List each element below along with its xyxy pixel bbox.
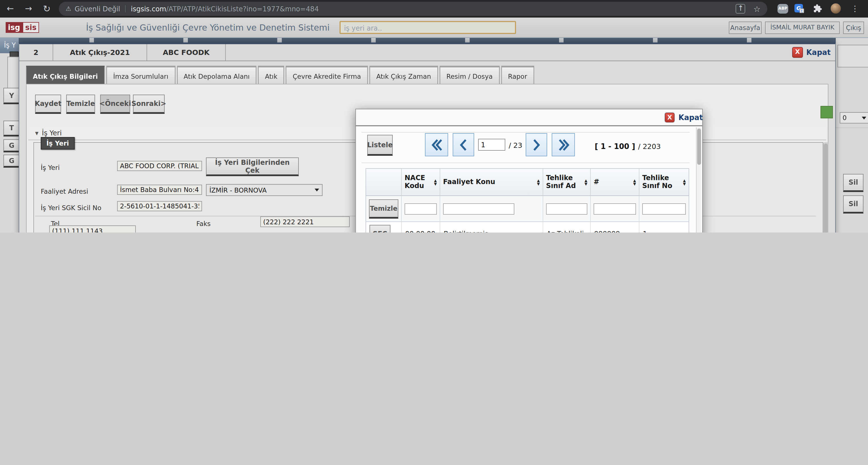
sort-icon[interactable]: ▲▼ xyxy=(585,179,587,185)
browser-reload-icon[interactable]: ↻ xyxy=(43,0,51,18)
tab-resim-dosya[interactable]: Resim / Dosya xyxy=(440,66,500,86)
sec-button[interactable]: SEÇ xyxy=(370,225,391,233)
panel-scrollbar-thumb[interactable] xyxy=(824,143,828,233)
window-close-label[interactable]: Kapat xyxy=(806,48,831,57)
browser-forward-icon[interactable]: → xyxy=(25,0,32,18)
tab-atik[interactable]: Atık xyxy=(258,66,284,86)
divider xyxy=(836,127,868,128)
modal-close-icon[interactable]: X xyxy=(665,113,675,122)
modal-close-label[interactable]: Kapat xyxy=(678,113,703,122)
background-button-g1[interactable]: G xyxy=(3,139,19,152)
filter-clear-button[interactable]: Temizle xyxy=(369,199,398,219)
record-range: [ 1 - 100 ] xyxy=(595,142,635,151)
address-divider xyxy=(125,5,126,12)
first-page-button[interactable] xyxy=(425,133,448,156)
security-label[interactable]: Güvenli Değil xyxy=(75,5,120,13)
background-button-t[interactable]: T xyxy=(3,121,19,137)
sort-icon[interactable]: ▲▼ xyxy=(537,179,540,185)
browser-menu-icon[interactable]: ⋮ xyxy=(851,0,859,18)
search-input[interactable] xyxy=(341,23,515,34)
logout-button[interactable]: Çıkış xyxy=(843,22,864,34)
background-sil-button[interactable]: Sil xyxy=(843,174,864,192)
tab-atik-cikis-bilgileri[interactable]: Atık Çıkış Bilgileri xyxy=(26,66,105,86)
sort-icon[interactable]: ▲▼ xyxy=(434,179,437,185)
isyeri-input[interactable] xyxy=(117,161,202,171)
sort-icon[interactable]: ▲▼ xyxy=(683,179,686,185)
next-button[interactable]: Sonraki> xyxy=(133,95,165,114)
sgk-label: İş Yeri SGK Sicil No xyxy=(41,204,101,212)
browser-back-icon[interactable]: ← xyxy=(7,0,14,18)
background-sil-button[interactable]: Sil xyxy=(843,195,864,213)
url-path: /ATP/ATP/AtikCikisListe?ino=1977&mno=484 xyxy=(166,5,319,13)
fetch-workplace-info-button[interactable]: İş Yeri Bilgilerinden Çek xyxy=(206,157,299,176)
modal-scrollbar[interactable] xyxy=(696,127,701,233)
cell-sinif: 1 xyxy=(640,222,689,233)
modal-scrollbar-thumb[interactable] xyxy=(697,128,701,165)
next-page-button[interactable] xyxy=(526,133,547,156)
save-button[interactable]: Kaydet xyxy=(35,95,61,114)
filter-input-faaliyet[interactable] xyxy=(443,203,514,214)
user-button[interactable]: İSMAİL MURAT BAYIK xyxy=(765,22,840,34)
cell-faaliyet: Belirtilmemiş xyxy=(440,222,543,233)
background-tab-strip xyxy=(0,38,868,42)
filter-input-tehlike-no[interactable] xyxy=(642,203,686,214)
filter-input-tehlike-ad[interactable] xyxy=(546,203,587,214)
header-tehlike-sinif-ad[interactable]: Tehlike Sınıf Ad▲▼ xyxy=(543,169,591,196)
divider xyxy=(362,163,690,163)
background-dropdown-fragment[interactable]: 0 xyxy=(840,112,868,123)
url-domain: isgsis.com xyxy=(131,5,166,13)
tab-atik-cikis-zaman[interactable]: Atık Çıkış Zaman xyxy=(370,66,438,86)
background-right-panel: 0 Sil Sil xyxy=(836,38,868,233)
faaliyet-adresi-label: Faaliyet Adresi xyxy=(41,187,88,195)
header-faaliyet-konu[interactable]: Faaliyet Konu▲▼ xyxy=(440,169,543,196)
extensions-puzzle-icon[interactable] xyxy=(813,4,822,13)
modal-header: X Kapat xyxy=(356,109,702,126)
city-select-value: İZMİR - BORNOVA xyxy=(209,186,267,194)
tab-imza-sorumlulari[interactable]: İmza Sorumluları xyxy=(106,66,175,86)
share-icon[interactable]: ↑ xyxy=(736,4,745,13)
background-box xyxy=(837,45,868,67)
background-button-g2[interactable]: G xyxy=(3,155,19,168)
chevron-down-icon xyxy=(862,116,866,119)
table-row: SEÇ 00.00.00 Belirtilmemiş Az Tehlikeli … xyxy=(366,222,689,233)
sgk-input[interactable] xyxy=(117,201,202,211)
filter-input-no[interactable] xyxy=(594,203,636,214)
header-label: Tehlike Sınıf No xyxy=(642,174,683,190)
bookmark-star-icon[interactable]: ☆ xyxy=(753,4,761,13)
translate-sub: t xyxy=(800,8,804,13)
header-number[interactable]: #▲▼ xyxy=(591,169,640,196)
clear-button[interactable]: Temizle xyxy=(66,95,95,114)
faks-input[interactable] xyxy=(260,216,350,227)
background-left-panel: İş Y Y T G G xyxy=(0,38,19,233)
page-count-label: / 23 xyxy=(509,141,522,149)
last-page-button[interactable] xyxy=(552,133,575,156)
panel-scrollbar[interactable] xyxy=(823,142,828,233)
tab-rapor[interactable]: Rapor xyxy=(501,66,534,86)
previous-button[interactable]: <Önceki xyxy=(100,95,130,114)
window-title-row: 2 Atık Çıkış-2021 ABC FOODK X Kapat xyxy=(19,44,835,61)
tab-atik-depolama-alani[interactable]: Atık Depolama Alanı xyxy=(177,66,256,86)
listele-button[interactable]: Listele xyxy=(367,135,393,156)
home-button[interactable]: Anasayfa xyxy=(729,22,762,34)
tab-cevre-akredite-firma[interactable]: Çevre Akredite Firma xyxy=(286,66,368,86)
record-range-label: [ 1 - 100 ] / 2203 xyxy=(595,141,661,151)
faaliyet-adresi-input[interactable] xyxy=(117,185,202,195)
window-close-icon[interactable]: X xyxy=(792,47,803,58)
city-select[interactable]: İZMİR - BORNOVA xyxy=(206,184,322,196)
header-tehlike-sinif-no[interactable]: Tehlike Sınıf No▲▼ xyxy=(640,169,689,196)
header-nace-kodu[interactable]: NACE Kodu▲▼ xyxy=(402,169,440,196)
filter-input-nace[interactable] xyxy=(405,203,437,214)
logo-isg: isg xyxy=(6,22,22,33)
background-dropdown-value: 0 xyxy=(842,114,847,122)
translate-extension-icon[interactable]: G t xyxy=(795,4,805,13)
nace-list-modal: X Kapat Listele / 23 [ 1 - 100 ] / 2203 xyxy=(355,109,703,233)
prev-page-button[interactable] xyxy=(453,133,474,156)
adblock-extension-icon[interactable]: ABP xyxy=(777,4,788,13)
background-button-y[interactable]: Y xyxy=(3,88,19,104)
tel-input[interactable] xyxy=(49,226,136,233)
divider xyxy=(362,132,690,133)
sort-icon[interactable]: ▲▼ xyxy=(633,179,636,185)
page-number-input[interactable] xyxy=(478,139,505,151)
address-bar[interactable]: ⚠ Güvenli Değil isgsis.com/ATP/ATP/AtikC… xyxy=(59,2,767,16)
browser-profile-avatar[interactable] xyxy=(831,3,841,13)
